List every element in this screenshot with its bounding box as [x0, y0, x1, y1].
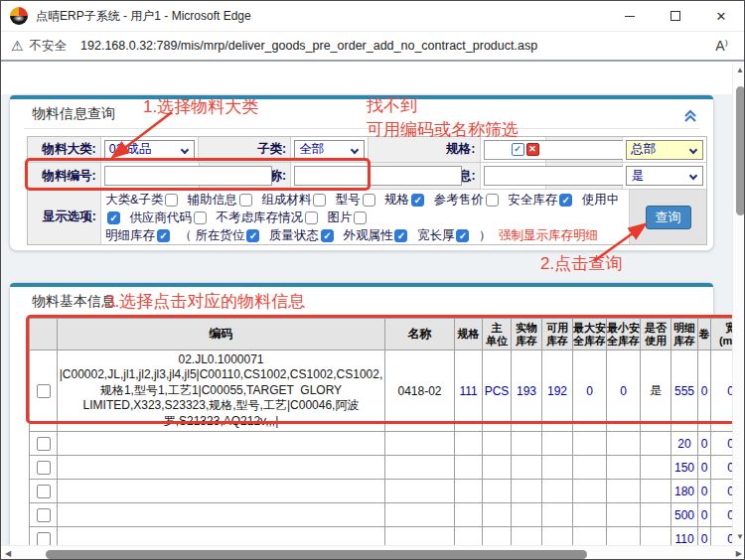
table-row[interactable]: 180 0 0: [30, 480, 745, 503]
result-panel-title: 物料基本信息: [32, 293, 115, 311]
query-panel-title: 物料信息查询: [32, 105, 115, 123]
row-checkbox[interactable]: [37, 437, 51, 451]
option-checkbox[interactable]: [486, 194, 499, 207]
scroll-left-icon[interactable]: ◀: [5, 549, 11, 558]
header-select: [30, 319, 58, 350]
url-text[interactable]: 192.168.0.32:789/mis/mrp/deliver_goods_p…: [80, 39, 537, 53]
header-in-use: 是否 使用: [641, 319, 671, 350]
code-cell[interactable]: 02.JL0.1000071 |C00002,JL,jl1,jl2,jl3,jl…: [58, 350, 385, 432]
close-icon: ✕: [716, 9, 727, 24]
spec-picker-icon[interactable]: ✓: [512, 143, 524, 156]
scroll-right-icon[interactable]: ▶: [736, 549, 742, 558]
scroll-up-icon[interactable]: ▲: [733, 66, 745, 74]
option-checkbox[interactable]: [559, 194, 572, 207]
option-checkbox[interactable]: [239, 194, 252, 207]
result-panel: 物料基本信息 编码 名称 规格 主 单位 实物 库存 可用 库存 最大安 全库存…: [9, 282, 714, 560]
option-checkbox[interactable]: [456, 229, 469, 242]
spec-clear-icon[interactable]: ✕: [526, 143, 539, 156]
option-checkbox[interactable]: [107, 211, 120, 224]
window-controls: ✕: [607, 1, 744, 31]
header-available-stock: 可用 库存: [542, 319, 573, 350]
browser-window: 点晴ERP子系统 - 用户1 - Microsoft Edge ✕ ⚠ 不安全 …: [0, 0, 745, 560]
name-input[interactable]: [294, 166, 462, 186]
row-checkbox[interactable]: [37, 461, 51, 475]
aux-info-cell: [481, 163, 546, 189]
operation-center-select[interactable]: 总部: [626, 140, 703, 160]
material-code-label: 物料编号:: [28, 163, 101, 189]
subcategory-label: 子类:: [199, 137, 291, 162]
close-button[interactable]: ✕: [698, 1, 744, 31]
table-row[interactable]: 02.JL0.1000071 |C00002,JL,jl1,jl2,jl3,jl…: [30, 350, 745, 432]
app-favicon-icon: [10, 7, 28, 25]
option-checkbox[interactable]: [321, 229, 334, 242]
minimize-icon: [625, 16, 635, 17]
material-category-select[interactable]: 02:成品: [104, 140, 196, 160]
options-line-2: 供应商代码 不考虑库存情况 图片: [105, 209, 629, 226]
option-checkbox[interactable]: [157, 229, 170, 242]
chevron-down-icon: [689, 172, 697, 180]
material-category-cell: 02:成品: [101, 137, 200, 162]
horizontal-scrollbar[interactable]: ◀ ▶: [1, 545, 745, 560]
row-checkbox[interactable]: [37, 485, 51, 498]
row-checkbox[interactable]: [37, 508, 51, 522]
row-checkbox[interactable]: [37, 532, 51, 546]
chevron-down-icon: [181, 145, 189, 153]
option-checkbox[interactable]: [313, 194, 326, 207]
option-checkbox[interactable]: [305, 211, 318, 224]
subcategory-select[interactable]: 全部: [294, 140, 365, 160]
chevron-down-icon: [351, 145, 359, 153]
collapse-panel-icon[interactable]: [683, 109, 697, 123]
header-code: 编码: [58, 319, 385, 350]
material-code-input[interactable]: [104, 166, 272, 186]
security-label: 不安全: [30, 38, 68, 55]
header-name: 名称: [385, 319, 455, 350]
table-row[interactable]: 20 0 0: [30, 432, 745, 456]
operation-center-cell: 总部: [623, 137, 706, 162]
in-use-cell: 是: [623, 163, 706, 189]
subcategory-cell: 全部: [291, 137, 369, 162]
option-checkbox[interactable]: [194, 211, 207, 224]
in-use-select[interactable]: 是: [626, 166, 703, 186]
material-code-cell: [101, 163, 200, 189]
spec-label: 规格:: [369, 137, 481, 162]
query-form: 物料大类: 02:成品 子类: 全部 规格:: [27, 136, 707, 245]
header-physical-stock: 实物 库存: [512, 319, 542, 350]
address-bar: ⚠ 不安全 192.168.0.32:789/mis/mrp/deliver_g…: [1, 32, 744, 62]
header-roll: 卷: [698, 319, 711, 350]
security-warning-icon: ⚠: [11, 38, 24, 54]
spec-cell: ✓ ✕: [481, 137, 546, 162]
query-button[interactable]: 查询: [646, 206, 691, 229]
header-spec: 规格: [455, 319, 483, 350]
option-checkbox[interactable]: [411, 194, 424, 207]
vertical-scrollbar-thumb[interactable]: [736, 86, 745, 215]
option-checkbox[interactable]: [246, 229, 259, 242]
page-content: 物料信息查询 物料大类: 02:成品 子类:: [1, 63, 745, 560]
header-detail-stock: 明细 库存: [671, 319, 698, 350]
option-checkbox[interactable]: [363, 194, 375, 207]
option-checkbox[interactable]: [165, 194, 178, 207]
header-unit: 主 单位: [483, 319, 512, 350]
display-options-cell: 大类&子类 辅助信息 组成材料 型号 规格 参考售价 安全库存 使用中 供应商代…: [101, 190, 630, 244]
material-category-value: 02:成品: [109, 141, 151, 158]
maximize-icon: [670, 11, 680, 21]
read-aloud-icon[interactable]: A⁾: [715, 38, 734, 54]
options-line-1: 大类&子类 辅助信息 组成材料 型号 规格 参考售价 安全库存 使用中: [105, 191, 629, 209]
table-row[interactable]: 150 0 0: [30, 456, 745, 480]
query-panel: 物料信息查询 物料大类: 02:成品 子类:: [9, 94, 714, 251]
option-checkbox[interactable]: [394, 229, 407, 242]
table-row[interactable]: 500 0 0: [30, 503, 745, 527]
window-title: 点晴ERP子系统 - 用户1 - Microsoft Edge: [36, 8, 251, 25]
name-cell: [291, 163, 369, 189]
scroll-down-icon[interactable]: ▼: [733, 532, 745, 541]
window-titlebar: 点晴ERP子系统 - 用户1 - Microsoft Edge ✕: [1, 1, 744, 32]
maximize-button[interactable]: [653, 1, 698, 31]
table-header-row: 编码 名称 规格 主 单位 实物 库存 可用 库存 最大安 全库存 最小安 全库…: [30, 319, 745, 350]
annotation-step2: 2.点击查询: [540, 252, 622, 276]
vertical-scrollbar[interactable]: ▲ ▼: [732, 63, 745, 545]
horizontal-scrollbar-thumb[interactable]: [46, 550, 587, 559]
row-checkbox[interactable]: [37, 384, 51, 398]
operation-center-value: 总部: [631, 141, 656, 158]
minimize-button[interactable]: [607, 1, 653, 31]
option-checkbox[interactable]: [354, 211, 367, 224]
material-table: 编码 名称 规格 主 单位 实物 库存 可用 库存 最大安 全库存 最小安 全库…: [29, 318, 745, 551]
